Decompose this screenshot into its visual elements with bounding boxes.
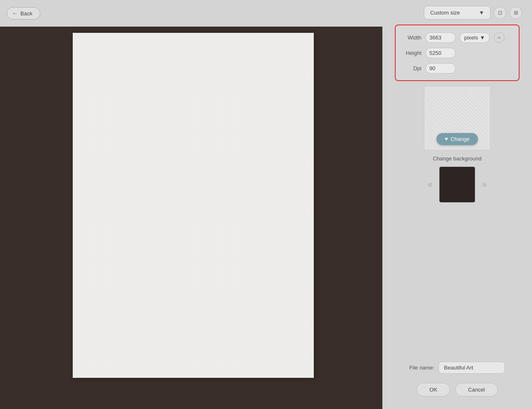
dpi-input[interactable] (426, 63, 456, 74)
width-input[interactable] (426, 32, 456, 43)
back-arrow-icon: ← (12, 10, 18, 17)
dpi-row: Dpi (404, 63, 510, 74)
preview-box: Change (424, 86, 490, 150)
ok-button[interactable]: OK (416, 383, 450, 397)
main-canvas (0, 27, 382, 409)
change-label: Change (451, 136, 470, 142)
width-label: Width (404, 34, 421, 41)
prev-background-button[interactable]: « (428, 180, 433, 189)
next-background-button[interactable]: » (482, 180, 487, 189)
unit-chevron-icon: ▼ (480, 34, 485, 41)
height-row: Height (404, 48, 510, 58)
bg-nav-row: « » (428, 167, 487, 202)
layout-icon: ⊞ (514, 10, 518, 16)
back-button[interactable]: ← Back (7, 7, 40, 20)
size-dropdown-label: Custom size (430, 10, 460, 16)
chevron-down-icon: ▼ (479, 10, 484, 16)
height-input[interactable] (426, 48, 456, 58)
preview-canvas (429, 91, 486, 133)
unit-dropdown[interactable]: pixels ▼ (460, 32, 490, 43)
action-row: OK Cancel (416, 383, 498, 397)
filename-label: File name: (409, 365, 435, 371)
right-panel: Custom size ▼ ⊡ ⊞ Width pixels ▼ ∞ Heigh… (382, 0, 532, 409)
filename-input[interactable] (438, 362, 505, 374)
height-label: Height (404, 50, 421, 56)
width-row: Width pixels ▼ ∞ (404, 32, 510, 43)
icon-button-2[interactable]: ⊞ (510, 7, 522, 19)
back-label: Back (20, 10, 32, 17)
change-button[interactable]: Change (436, 133, 478, 145)
cancel-button[interactable]: Cancel (455, 383, 498, 397)
change-background-label: Change background (433, 155, 481, 162)
dropdown-row: Custom size ▼ ⊡ ⊞ (382, 6, 532, 20)
size-dropdown[interactable]: Custom size ▼ (424, 6, 490, 20)
link-icon: ∞ (498, 35, 501, 40)
canvas-paper (73, 33, 314, 378)
custom-size-box: Width pixels ▼ ∞ Height Dpi (395, 25, 520, 81)
background-swatch[interactable] (439, 167, 475, 202)
grid-icon: ⊡ (498, 10, 502, 16)
change-arrow-icon (445, 138, 448, 140)
filename-row: File name: (409, 362, 505, 374)
unit-label: pixels (464, 34, 478, 41)
link-button[interactable]: ∞ (494, 32, 505, 43)
dpi-label: Dpi (404, 65, 421, 71)
icon-button-1[interactable]: ⊡ (494, 7, 506, 19)
